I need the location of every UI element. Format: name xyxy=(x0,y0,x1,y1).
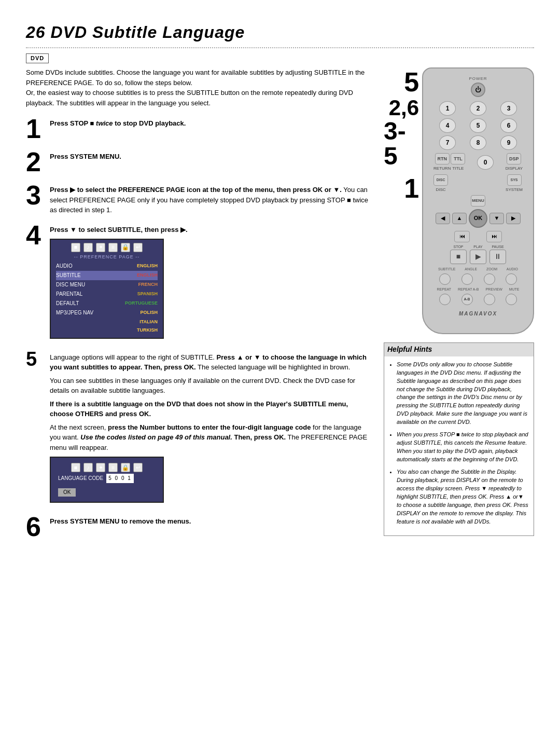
return-title-row: RTN RETURN TTL TITLE 0 DSP DISPLAY xyxy=(433,153,523,171)
nav-right-btn[interactable]: ▶ xyxy=(506,213,521,224)
pause-group: PAUSE ⏸ xyxy=(489,244,506,264)
nav-down-btn[interactable]: ▼ xyxy=(489,213,504,224)
return-btn[interactable]: RTN RETURN xyxy=(433,153,451,171)
step-1-number: 1 xyxy=(26,115,45,142)
display-btn[interactable]: DSP DISPLAY xyxy=(506,153,523,171)
transport-row: STOP ■ PLAY ▶ PAUSE ⏸ xyxy=(433,244,523,264)
skip-spacer xyxy=(473,231,483,242)
zoom-btn[interactable] xyxy=(484,273,495,285)
step-5-text-3: If there is a subtitle language on the D… xyxy=(50,399,373,419)
nav-left-btn[interactable]: ◀ xyxy=(436,213,450,224)
pause-btn[interactable]: ⏸ xyxy=(489,250,506,264)
step-5: 5 Language options will appear to the ri… xyxy=(26,349,373,507)
angle-btn[interactable] xyxy=(461,273,473,285)
side-step-numbers: 5 2,6 3-5 1 xyxy=(384,67,419,203)
num-btn-0[interactable]: 0 xyxy=(477,155,494,170)
step-6-content: Press SYSTEM MENU to remove the menus. xyxy=(50,513,373,527)
dvd-badge: DVD xyxy=(26,53,49,63)
menu-btn-row: MENU xyxy=(471,195,485,208)
menu-btn-circle[interactable]: MENU xyxy=(471,195,485,207)
skip-back-btn[interactable]: ⏮ xyxy=(454,231,470,242)
side-step-5: 5 xyxy=(404,67,419,97)
step-2: 2 Press SYSTEM MENU. xyxy=(26,148,373,175)
stop-label: STOP xyxy=(454,244,464,250)
disc-btn[interactable]: DISC DISC xyxy=(433,174,448,193)
mute-btn[interactable] xyxy=(506,294,517,305)
menu-subtitle-value: ENGLISH xyxy=(137,272,158,279)
skip-fwd-btn[interactable]: ⏭ xyxy=(486,231,502,242)
step-3-number: 3 xyxy=(26,182,45,209)
step-5-text-1: Language options will appear to the righ… xyxy=(50,352,373,373)
step-3: 3 Press ▶ to select the PREFERENCE PAGE … xyxy=(26,182,373,215)
title-btn-circle[interactable]: TTL xyxy=(451,153,465,164)
system-label: SYSTEM xyxy=(506,187,523,193)
menu-icon-3: ✦ xyxy=(96,243,105,252)
lang-code-ok[interactable]: OK xyxy=(58,488,76,497)
num-btn-2[interactable]: 2 xyxy=(470,101,486,116)
disc-label: DISC xyxy=(436,187,446,193)
system-btn-circle[interactable]: SYS xyxy=(507,174,522,186)
menu-parental-label: PARENTAL xyxy=(56,291,82,298)
num-btn-7[interactable]: 7 xyxy=(439,135,456,150)
num-btn-4[interactable]: 4 xyxy=(439,118,456,133)
return-btn-circle[interactable]: RTN xyxy=(435,153,450,164)
num-btn-9[interactable]: 9 xyxy=(500,135,517,150)
play-btn[interactable]: ▶ xyxy=(470,250,486,264)
menu-row-parental: PARENTAL SPANISH xyxy=(56,290,158,299)
num-btn-1[interactable]: 1 xyxy=(439,101,456,116)
display-btn-circle[interactable]: DSP xyxy=(507,153,521,164)
menu-icon-5: 🔒 xyxy=(121,243,130,252)
num-btn-5[interactable]: 5 xyxy=(470,118,486,133)
power-button[interactable]: ⏻ xyxy=(471,83,485,97)
lc-icon-5: 🔒 xyxy=(121,463,130,472)
num-btn-3[interactable]: 3 xyxy=(500,101,517,116)
preview-label: PREVIEW xyxy=(485,287,502,292)
menu-mp3-label: MP3/JPEG NAV xyxy=(56,309,93,317)
subtitle-btn[interactable] xyxy=(439,273,451,285)
repeat-ab-btn[interactable]: A-B xyxy=(461,294,473,305)
remote-body: POWER ⏻ 1 2 3 4 5 6 7 8 9 xyxy=(422,67,534,334)
side-step-1: 1 xyxy=(404,174,419,203)
lang-code-input: 5 0 0 1 xyxy=(106,474,134,483)
menu-row-default: DEFAULT PORTUGUESE xyxy=(56,299,158,308)
step-1-content: Press STOP ■ twice to stop DVD playback. xyxy=(50,115,373,129)
audio-btn[interactable] xyxy=(506,273,517,285)
lc-icon-2: ♪ xyxy=(83,463,93,472)
remote-section: 5 2,6 3-5 1 POWER ⏻ 1 2 3 xyxy=(384,67,534,334)
repeat-labels: REPEAT REPEAT A-B PREVIEW MUTE xyxy=(433,287,523,292)
menu-mp3-value: POLISH xyxy=(140,309,158,317)
menu-btn[interactable]: MENU xyxy=(471,195,485,208)
audio-label: AUDIO xyxy=(507,267,518,272)
step-3-content: Press ▶ to select the PREFERENCE PAGE ic… xyxy=(50,182,373,215)
num-btn-8[interactable]: 8 xyxy=(470,135,486,150)
lc-icon-1: ■ xyxy=(71,463,80,472)
bottom-func-circles xyxy=(433,273,523,285)
num-btn-6[interactable]: 6 xyxy=(500,118,517,133)
menu-row-turkish: TURKISH xyxy=(56,326,158,335)
nav-up-btn[interactable]: ▲ xyxy=(452,213,467,224)
angle-label: ANGLE xyxy=(465,267,477,272)
menu-disc-value: FRENCH xyxy=(138,281,158,288)
step-3-text: Press ▶ to select the PREFERENCE PAGE ic… xyxy=(50,185,373,215)
repeat-ab-label: REPEAT A-B xyxy=(458,287,479,292)
return-label: RETURN xyxy=(433,166,451,171)
title-btn[interactable]: TTL TITLE xyxy=(451,153,465,171)
power-label: POWER xyxy=(433,76,523,81)
repeat-btn[interactable] xyxy=(439,294,451,305)
system-btn[interactable]: SYS SYSTEM xyxy=(506,174,523,193)
ok-btn[interactable]: OK xyxy=(469,209,487,228)
stop-btn[interactable]: ■ xyxy=(450,250,467,264)
disc-btn-circle[interactable]: DISC xyxy=(433,174,448,186)
preview-btn[interactable] xyxy=(484,294,495,305)
page-title: 26 DVD Subtitle Language xyxy=(26,21,534,44)
step-5-content: Language options will appear to the righ… xyxy=(50,349,373,507)
step-4: 4 Press ▼ to select SUBTITLE, then press… xyxy=(26,222,373,343)
divider xyxy=(26,47,534,48)
menu-pref-label: -- PREFERENCE PAGE -- xyxy=(56,254,158,260)
lang-code-label: LANGUAGE CODE xyxy=(58,475,103,482)
menu-subtitle-label: SUBTITLE xyxy=(56,272,81,279)
side-step-35: 3-5 xyxy=(384,119,419,169)
repeat-circles: A-B xyxy=(433,294,523,305)
repeat-label: REPEAT xyxy=(437,287,452,292)
step-1: 1 Press STOP ■ twice to stop DVD playbac… xyxy=(26,115,373,142)
